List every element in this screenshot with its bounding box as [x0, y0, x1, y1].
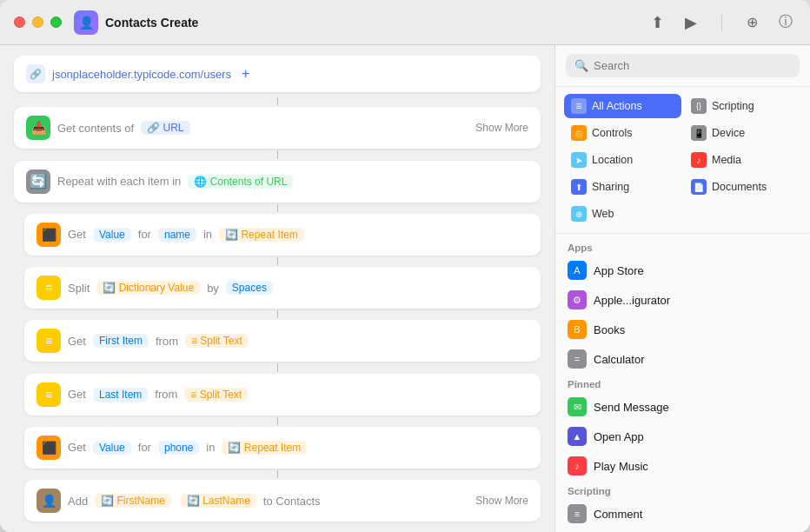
cat-documents-icon: 📄: [691, 179, 707, 195]
split-icon: ≡: [37, 276, 61, 300]
cat-scripting[interactable]: {} Scripting: [684, 94, 801, 118]
connector-4: [277, 257, 278, 265]
send-message-icon: ✉: [568, 397, 587, 416]
cat-controls-label: Controls: [592, 127, 633, 139]
play-button[interactable]: ▶: [681, 10, 700, 36]
pinned-section-header: Pinned: [555, 374, 810, 392]
search-wrap[interactable]: 🔍: [566, 54, 800, 77]
play-music-label: Play Music: [594, 460, 648, 473]
action-open-app[interactable]: ▲ Open App: [555, 422, 810, 451]
name-token[interactable]: name: [158, 228, 196, 242]
cat-all-actions-icon: ≡: [571, 98, 587, 114]
repeat-card[interactable]: 🔄 Repeat with each item in 🌐 Contents of…: [14, 161, 541, 203]
app-icon: 👤: [74, 10, 98, 35]
action-comment[interactable]: ≡ Comment: [555, 499, 810, 529]
contents-token[interactable]: 🌐 Contents of URL: [188, 175, 293, 189]
open-app-icon: ▲: [568, 427, 587, 446]
actions-list: Apps A App Store ⚙ Apple...igurator B Bo…: [555, 234, 810, 532]
cat-sharing[interactable]: ⬆ Sharing: [564, 175, 681, 199]
phone-token[interactable]: phone: [158, 441, 199, 455]
cat-location-icon: ➤: [571, 152, 587, 168]
connector-3: [277, 204, 278, 212]
dict-value-token[interactable]: 🔄 Dictionary Value: [96, 281, 200, 295]
split-card[interactable]: ≡ Split 🔄 Dictionary Value by Spaces: [24, 267, 541, 309]
get-value-name-card[interactable]: ⬛ Get Value for name in 🔄 Repeat Item: [24, 214, 541, 256]
workflow-panel: 🔗 jsonplaceholder.typicode.com/users + 📥…: [0, 45, 554, 532]
cat-device-icon: 📱: [691, 125, 707, 141]
action-books[interactable]: B Books: [555, 315, 810, 344]
close-button[interactable]: [14, 17, 25, 28]
firstname-token[interactable]: 🔄 FirstName: [95, 494, 171, 508]
cat-sharing-icon: ⬆: [571, 179, 587, 195]
cat-location-label: Location: [592, 154, 633, 166]
get-label: Get: [68, 228, 86, 241]
cat-web[interactable]: ⊕ Web: [564, 202, 681, 226]
get-first-label: Get: [68, 335, 86, 348]
split-text-token-1[interactable]: ≡ Split Text: [185, 334, 249, 348]
books-label: Books: [594, 323, 625, 336]
cat-web-icon: ⊕: [571, 206, 587, 222]
action-play-music[interactable]: ♪ Play Music: [555, 451, 810, 481]
get-value-phone-card[interactable]: ⬛ Get Value for phone in 🔄 Repeat Item: [24, 427, 541, 469]
app-store-label: App Store: [594, 264, 644, 277]
cat-media[interactable]: ♪ Media: [684, 148, 801, 172]
repeat-item-token-1[interactable]: 🔄 Repeat Item: [219, 228, 304, 242]
action-show-result[interactable]: ⊡ Show Result: [555, 529, 810, 532]
cat-media-label: Media: [712, 154, 741, 166]
get-contents-card[interactable]: 📥 Get contents of 🔗 URL Show More: [14, 107, 541, 149]
action-app-store[interactable]: A App Store: [555, 256, 810, 285]
main-content: 🔗 jsonplaceholder.typicode.com/users + 📥…: [0, 45, 810, 532]
cat-documents[interactable]: 📄 Documents: [684, 175, 801, 199]
search-input[interactable]: [594, 59, 791, 72]
send-message-label: Send Message: [594, 401, 669, 414]
titlebar: 👤 Contacts Create ⬆ ▶ ⊕ ⓘ: [0, 0, 810, 45]
info-button[interactable]: ⓘ: [775, 10, 796, 35]
from-label-1: from: [156, 335, 178, 348]
action-calculator[interactable]: = Calculator: [555, 344, 810, 374]
get-last-icon: ≡: [37, 382, 61, 407]
search-icon: 🔍: [574, 59, 588, 72]
calculator-icon: =: [568, 349, 587, 369]
add-contact-card[interactable]: 👤 Add 🔄 FirstName 🔄 LastName to Contacts…: [24, 480, 541, 522]
last-item-token[interactable]: Last Item: [93, 388, 148, 402]
cat-controls[interactable]: ◎ Controls: [564, 121, 681, 145]
first-item-token[interactable]: First Item: [93, 334, 149, 348]
repeat-label: Repeat with each item in: [57, 175, 181, 188]
share-button[interactable]: ⬆: [647, 10, 667, 36]
apps-section-header: Apps: [555, 237, 810, 256]
value-token[interactable]: Value: [93, 228, 131, 242]
url-token[interactable]: 🔗 URL: [141, 121, 189, 135]
to-contacts-label: to Contacts: [263, 495, 321, 508]
repeat-item-token-2[interactable]: 🔄 Repeat Item: [222, 441, 307, 455]
cat-location[interactable]: ➤ Location: [564, 148, 681, 172]
get-last-card[interactable]: ≡ Get Last Item from ≡ Split Text: [24, 374, 541, 416]
value-token-2[interactable]: Value: [93, 441, 131, 455]
window-title: Contacts Create: [105, 16, 647, 30]
cat-device[interactable]: 📱 Device: [684, 121, 801, 145]
cat-documents-label: Documents: [712, 181, 767, 193]
comment-label: Comment: [594, 508, 642, 521]
action-send-message[interactable]: ✉ Send Message: [555, 392, 810, 422]
maximize-button[interactable]: [50, 17, 62, 28]
get-contents-show-more[interactable]: Show More: [475, 122, 528, 134]
get-value-phone-icon: ⬛: [37, 436, 61, 460]
minimize-button[interactable]: [32, 17, 43, 28]
in-label: in: [203, 228, 212, 241]
split-label: Split: [68, 282, 90, 295]
split-text-token-2[interactable]: ≡ Split Text: [184, 388, 248, 402]
lastname-token[interactable]: 🔄 LastName: [181, 494, 256, 508]
app-window: 👤 Contacts Create ⬆ ▶ ⊕ ⓘ 🔗 jsonplacehol…: [0, 0, 810, 532]
books-icon: B: [568, 320, 587, 339]
add-contact-show-more[interactable]: Show More: [475, 495, 528, 507]
in-label-2: in: [206, 441, 215, 454]
url-bar[interactable]: 🔗 jsonplaceholder.typicode.com/users +: [14, 56, 541, 92]
get-first-card[interactable]: ≡ Get First Item from ≡ Split Text: [24, 320, 541, 362]
url-add-icon[interactable]: +: [242, 66, 249, 82]
spaces-token[interactable]: Spaces: [226, 281, 273, 295]
action-apple-configurator[interactable]: ⚙ Apple...igurator: [555, 285, 810, 315]
cat-all-actions[interactable]: ≡ All Actions: [564, 94, 681, 118]
for-label: for: [138, 228, 151, 241]
add-action-button[interactable]: ⊕: [743, 10, 761, 34]
apple-configurator-label: Apple...igurator: [594, 294, 670, 307]
titlebar-actions: ⬆ ▶ ⊕ ⓘ: [647, 10, 796, 36]
